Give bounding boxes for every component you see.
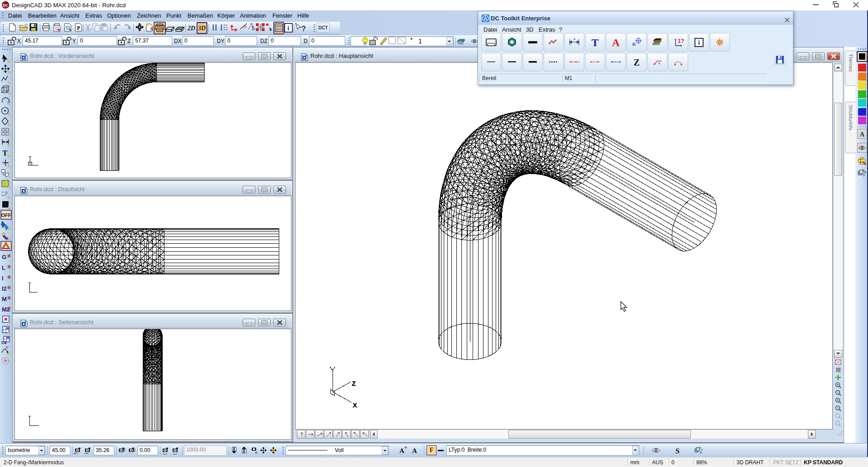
svg-text:1: 1 <box>418 38 422 45</box>
svg-text:T: T <box>591 37 599 48</box>
svg-text:*: * <box>410 36 413 43</box>
svg-text:G: G <box>2 254 6 260</box>
svg-text:?: ? <box>301 25 306 33</box>
svg-text:C6: C6 <box>1 340 7 345</box>
svg-text:?: ? <box>837 391 839 395</box>
svg-text:A: A <box>612 37 620 48</box>
svg-text:3D: 3D <box>197 25 206 32</box>
svg-text:M2: M2 <box>2 306 10 313</box>
svg-text:OFF: OFF <box>1 212 11 218</box>
svg-text:Z: Z <box>633 57 639 67</box>
svg-text:i: i <box>287 25 289 32</box>
svg-text:Z: Z <box>352 380 356 387</box>
svg-text:T: T <box>2 149 8 157</box>
svg-text:P: P <box>77 25 80 31</box>
svg-text:DC: DC <box>3 3 8 8</box>
svg-text:A: A <box>412 447 417 454</box>
svg-text:i: i <box>698 39 700 46</box>
svg-text:A: A <box>860 131 865 138</box>
svg-text:1?: 1? <box>678 38 684 44</box>
svg-text:S: S <box>676 447 680 455</box>
svg-text:I2: I2 <box>2 285 7 292</box>
svg-text:I: I <box>2 275 4 282</box>
svg-text:R: R <box>150 27 154 31</box>
svg-text:A: A <box>399 447 404 454</box>
svg-text:2D: 2D <box>187 25 195 32</box>
svg-text:X: X <box>353 402 357 409</box>
svg-text:M: M <box>2 296 7 302</box>
svg-text:L: L <box>2 264 5 271</box>
